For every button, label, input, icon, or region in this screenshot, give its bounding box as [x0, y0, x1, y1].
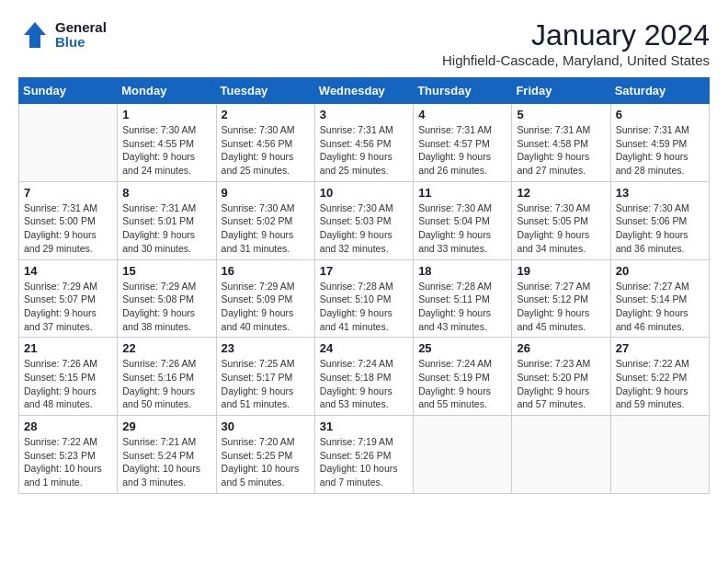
day-info: Sunrise: 7:20 AM Sunset: 5:25 PM Dayligh…: [222, 435, 310, 489]
calendar-cell: [512, 416, 610, 494]
day-number: 10: [320, 186, 408, 200]
calendar-cell: 29Sunrise: 7:21 AM Sunset: 5:24 PM Dayli…: [118, 416, 216, 494]
calendar-cell: 28Sunrise: 7:22 AM Sunset: 5:23 PM Dayli…: [19, 416, 118, 494]
day-info: Sunrise: 7:30 AM Sunset: 5:04 PM Dayligh…: [418, 201, 506, 256]
calendar-body: 1Sunrise: 7:30 AM Sunset: 4:55 PM Daylig…: [19, 104, 710, 494]
page-header: General Blue January 2024 Highfield-Casc…: [18, 18, 710, 68]
day-info: Sunrise: 7:22 AM Sunset: 5:22 PM Dayligh…: [616, 357, 704, 411]
day-info: Sunrise: 7:31 AM Sunset: 5:00 PM Dayligh…: [24, 201, 112, 256]
calendar-cell: 14Sunrise: 7:29 AM Sunset: 5:07 PM Dayli…: [19, 259, 118, 338]
day-info: Sunrise: 7:31 AM Sunset: 4:56 PM Dayligh…: [320, 123, 408, 178]
header-day-sunday: Sunday: [19, 78, 118, 104]
day-number: 5: [517, 108, 605, 121]
day-info: Sunrise: 7:30 AM Sunset: 5:05 PM Dayligh…: [517, 201, 605, 256]
header-day-tuesday: Tuesday: [216, 78, 314, 104]
day-info: Sunrise: 7:25 AM Sunset: 5:17 PM Dayligh…: [222, 357, 310, 411]
day-number: 12: [517, 186, 605, 200]
logo-icon: [18, 18, 51, 52]
day-info: Sunrise: 7:29 AM Sunset: 5:09 PM Dayligh…: [222, 280, 310, 334]
day-number: 30: [222, 419, 310, 433]
day-info: Sunrise: 7:24 AM Sunset: 5:18 PM Dayligh…: [320, 357, 408, 411]
logo-blue: Blue: [55, 35, 107, 51]
calendar-cell: 10Sunrise: 7:30 AM Sunset: 5:03 PM Dayli…: [314, 181, 413, 259]
day-number: 3: [320, 108, 408, 121]
day-info: Sunrise: 7:29 AM Sunset: 5:07 PM Dayligh…: [24, 280, 112, 334]
month-title: January 2024: [442, 18, 710, 52]
day-info: Sunrise: 7:30 AM Sunset: 5:06 PM Dayligh…: [616, 201, 704, 256]
day-number: 24: [320, 341, 408, 355]
logo-general: General: [55, 20, 107, 36]
day-number: 6: [616, 108, 704, 121]
day-info: Sunrise: 7:21 AM Sunset: 5:24 PM Dayligh…: [122, 435, 210, 489]
calendar-cell: [414, 416, 512, 494]
day-number: 13: [616, 186, 704, 200]
header-day-friday: Friday: [512, 78, 610, 104]
calendar-week-0: 1Sunrise: 7:30 AM Sunset: 4:55 PM Daylig…: [19, 104, 710, 182]
calendar-cell: 26Sunrise: 7:23 AM Sunset: 5:20 PM Dayli…: [512, 338, 610, 416]
day-number: 25: [418, 341, 506, 355]
day-number: 28: [24, 419, 112, 433]
calendar-cell: 12Sunrise: 7:30 AM Sunset: 5:05 PM Dayli…: [512, 181, 610, 259]
header-day-thursday: Thursday: [414, 78, 512, 104]
day-info: Sunrise: 7:30 AM Sunset: 4:56 PM Dayligh…: [222, 123, 310, 178]
day-info: Sunrise: 7:19 AM Sunset: 5:26 PM Dayligh…: [320, 435, 408, 489]
calendar-cell: 20Sunrise: 7:27 AM Sunset: 5:14 PM Dayli…: [610, 259, 709, 338]
day-number: 17: [320, 264, 408, 278]
calendar-cell: 30Sunrise: 7:20 AM Sunset: 5:25 PM Dayli…: [216, 416, 314, 494]
calendar-cell: 1Sunrise: 7:30 AM Sunset: 4:55 PM Daylig…: [118, 104, 216, 182]
calendar-cell: 16Sunrise: 7:29 AM Sunset: 5:09 PM Dayli…: [216, 259, 314, 338]
day-info: Sunrise: 7:30 AM Sunset: 5:02 PM Dayligh…: [222, 201, 310, 256]
calendar-cell: 19Sunrise: 7:27 AM Sunset: 5:12 PM Dayli…: [512, 259, 610, 338]
day-number: 15: [122, 264, 210, 278]
day-info: Sunrise: 7:31 AM Sunset: 4:59 PM Dayligh…: [616, 123, 704, 178]
day-info: Sunrise: 7:31 AM Sunset: 4:57 PM Dayligh…: [418, 123, 506, 178]
calendar-cell: 27Sunrise: 7:22 AM Sunset: 5:22 PM Dayli…: [610, 338, 709, 416]
day-number: 7: [24, 186, 112, 200]
calendar-week-3: 21Sunrise: 7:26 AM Sunset: 5:15 PM Dayli…: [19, 338, 710, 416]
day-number: 29: [122, 419, 210, 433]
header-day-monday: Monday: [118, 78, 216, 104]
calendar-cell: 23Sunrise: 7:25 AM Sunset: 5:17 PM Dayli…: [216, 338, 314, 416]
calendar-cell: 7Sunrise: 7:31 AM Sunset: 5:00 PM Daylig…: [19, 181, 118, 259]
day-info: Sunrise: 7:28 AM Sunset: 5:11 PM Dayligh…: [418, 280, 506, 334]
day-info: Sunrise: 7:27 AM Sunset: 5:14 PM Dayligh…: [616, 280, 704, 334]
day-number: 21: [24, 341, 112, 355]
calendar-cell: 22Sunrise: 7:26 AM Sunset: 5:16 PM Dayli…: [118, 338, 216, 416]
calendar-cell: 2Sunrise: 7:30 AM Sunset: 4:56 PM Daylig…: [216, 104, 314, 182]
day-number: 26: [517, 341, 605, 355]
day-info: Sunrise: 7:22 AM Sunset: 5:23 PM Dayligh…: [24, 435, 112, 489]
title-section: January 2024 Highfield-Cascade, Maryland…: [442, 18, 710, 68]
day-info: Sunrise: 7:26 AM Sunset: 5:16 PM Dayligh…: [122, 357, 210, 411]
location-title: Highfield-Cascade, Maryland, United Stat…: [442, 52, 710, 68]
calendar-cell: 4Sunrise: 7:31 AM Sunset: 4:57 PM Daylig…: [414, 104, 512, 182]
logo: General Blue: [18, 18, 107, 52]
calendar-cell: 18Sunrise: 7:28 AM Sunset: 5:11 PM Dayli…: [414, 259, 512, 338]
day-number: 23: [222, 341, 310, 355]
calendar-cell: 25Sunrise: 7:24 AM Sunset: 5:19 PM Dayli…: [414, 338, 512, 416]
calendar-cell: 17Sunrise: 7:28 AM Sunset: 5:10 PM Dayli…: [314, 259, 413, 338]
header-day-saturday: Saturday: [610, 78, 709, 104]
day-number: 16: [222, 264, 310, 278]
day-info: Sunrise: 7:26 AM Sunset: 5:15 PM Dayligh…: [24, 357, 112, 411]
day-number: 2: [222, 108, 310, 121]
day-info: Sunrise: 7:31 AM Sunset: 4:58 PM Dayligh…: [517, 123, 605, 178]
calendar-cell: 31Sunrise: 7:19 AM Sunset: 5:26 PM Dayli…: [314, 416, 413, 494]
calendar-cell: 24Sunrise: 7:24 AM Sunset: 5:18 PM Dayli…: [314, 338, 413, 416]
calendar-cell: 3Sunrise: 7:31 AM Sunset: 4:56 PM Daylig…: [314, 104, 413, 182]
calendar-cell: 13Sunrise: 7:30 AM Sunset: 5:06 PM Dayli…: [610, 181, 709, 259]
calendar-week-4: 28Sunrise: 7:22 AM Sunset: 5:23 PM Dayli…: [19, 416, 710, 494]
day-info: Sunrise: 7:28 AM Sunset: 5:10 PM Dayligh…: [320, 280, 408, 334]
day-info: Sunrise: 7:27 AM Sunset: 5:12 PM Dayligh…: [517, 280, 605, 334]
day-number: 11: [418, 186, 506, 200]
calendar-cell: 8Sunrise: 7:31 AM Sunset: 5:01 PM Daylig…: [118, 181, 216, 259]
day-number: 1: [122, 108, 210, 121]
day-info: Sunrise: 7:24 AM Sunset: 5:19 PM Dayligh…: [418, 357, 506, 411]
day-number: 31: [320, 419, 408, 433]
svg-marker-0: [24, 22, 46, 48]
day-number: 22: [122, 341, 210, 355]
day-info: Sunrise: 7:23 AM Sunset: 5:20 PM Dayligh…: [517, 357, 605, 411]
calendar-table: SundayMondayTuesdayWednesdayThursdayFrid…: [18, 77, 710, 494]
day-number: 20: [616, 264, 704, 278]
day-info: Sunrise: 7:31 AM Sunset: 5:01 PM Dayligh…: [122, 201, 210, 256]
calendar-header: SundayMondayTuesdayWednesdayThursdayFrid…: [19, 78, 710, 104]
